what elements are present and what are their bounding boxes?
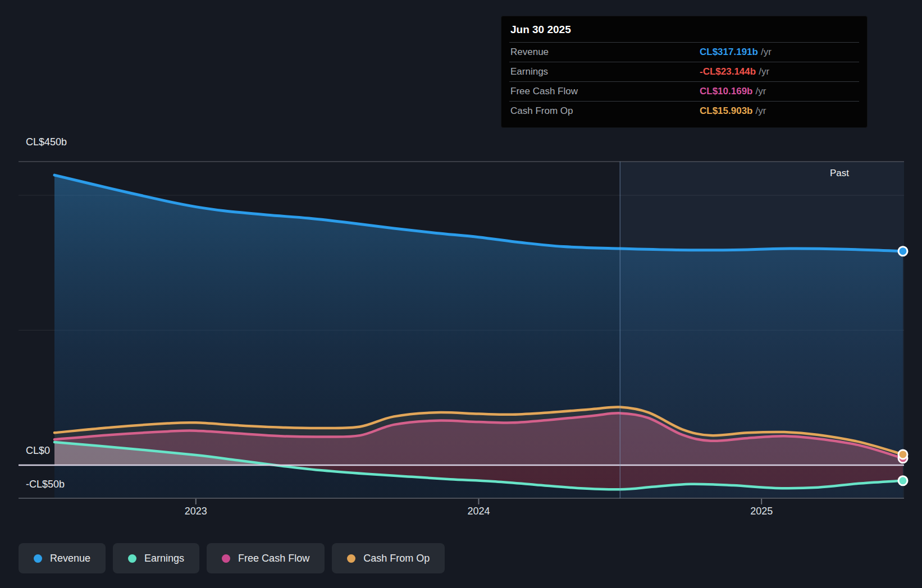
legend-label: Free Cash Flow	[238, 553, 309, 564]
earnings-end-marker	[898, 476, 907, 485]
revenue-dot-icon	[34, 554, 42, 563]
tooltip-row-cash-from-op: Cash From Op CL$15.903b /yr	[509, 101, 859, 121]
y-axis-label-450b: CL$450b	[26, 136, 67, 148]
tooltip-row-free-cash-flow: Free Cash Flow CL$10.169b /yr	[509, 81, 859, 101]
legend-label: Earnings	[144, 553, 184, 564]
tooltip-label: Free Cash Flow	[509, 86, 700, 97]
revenue-end-marker	[898, 247, 907, 256]
tooltip-label: Cash From Op	[509, 105, 700, 117]
tooltip-value: CL$10.169b	[700, 86, 753, 97]
tooltip-date: Jun 30 2025	[509, 16, 859, 42]
x-axis-label-2023: 2023	[185, 506, 207, 517]
tooltip-unit: /yr	[761, 47, 772, 58]
data-tooltip: Jun 30 2025 Revenue CL$317.191b /yr Earn…	[501, 16, 868, 128]
stock-financials-chart: CL$450b CL$0 -CL$50b 2023 2024 2025 Past…	[0, 0, 922, 588]
y-axis-label-neg50b: -CL$50b	[26, 478, 65, 490]
free-cash-flow-dot-icon	[222, 554, 230, 563]
earnings-dot-icon	[128, 554, 136, 563]
legend-item-revenue[interactable]: Revenue	[19, 543, 106, 573]
tooltip-label: Earnings	[509, 66, 700, 77]
tooltip-value: CL$15.903b	[700, 105, 753, 117]
tooltip-value: -CL$23.144b	[700, 66, 756, 77]
legend-item-free-cash-flow[interactable]: Free Cash Flow	[207, 543, 325, 573]
legend-item-cash-from-op[interactable]: Cash From Op	[332, 543, 445, 573]
y-axis-label-0: CL$0	[26, 444, 50, 457]
cash-from-op-dot-icon	[347, 554, 355, 563]
past-region-label: Past	[830, 168, 849, 179]
x-axis-label-2024: 2024	[467, 506, 490, 517]
x-axis-label-2025: 2025	[750, 506, 773, 517]
tooltip-unit: /yr	[759, 66, 769, 77]
tooltip-value: CL$317.191b	[700, 47, 758, 58]
tooltip-row-earnings: Earnings -CL$23.144b /yr	[509, 62, 859, 81]
chart-legend: Revenue Earnings Free Cash Flow Cash Fro…	[19, 543, 445, 573]
tooltip-row-revenue: Revenue CL$317.191b /yr	[509, 42, 859, 62]
tooltip-unit: /yr	[756, 86, 766, 97]
tooltip-label: Revenue	[509, 47, 700, 58]
legend-label: Cash From Op	[363, 553, 430, 564]
legend-item-earnings[interactable]: Earnings	[113, 543, 199, 573]
tooltip-unit: /yr	[756, 105, 766, 117]
legend-label: Revenue	[50, 553, 90, 564]
cash-from-op-end-marker	[898, 450, 907, 459]
